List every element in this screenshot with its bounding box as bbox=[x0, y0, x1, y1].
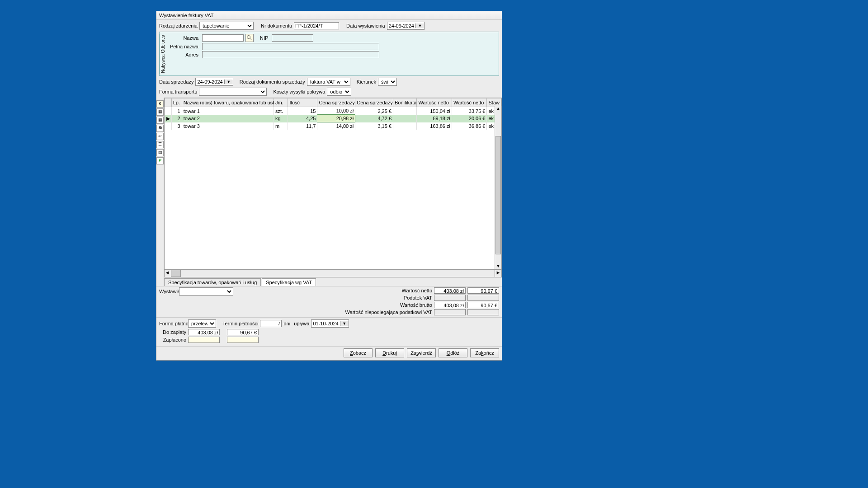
transport-label: Forma transportu bbox=[159, 89, 197, 94]
col-wn2[interactable]: Wartość netto bbox=[452, 99, 487, 107]
doc-nr-label: Nr dokumentu bbox=[261, 23, 292, 28]
search-icon[interactable] bbox=[245, 34, 254, 42]
col-lp[interactable]: Lp. bbox=[171, 99, 182, 107]
toolbar-btn-2[interactable]: ▦ bbox=[156, 117, 164, 124]
pay-term-label: Termin płatności bbox=[222, 321, 258, 326]
ship-cost-label: Koszty wysyłki pokrywa bbox=[273, 89, 325, 94]
toolbar-btn-f[interactable]: F bbox=[156, 157, 164, 164]
col-jm[interactable]: Jm. bbox=[274, 99, 288, 107]
button-bar: Zobacz Drukuj Zatwierdź Odłóż Zakończ bbox=[156, 346, 502, 360]
window-title: Wystawienie faktury VAT bbox=[156, 11, 502, 20]
event-type-label: Rodzaj zdarzenia bbox=[159, 23, 198, 28]
header-form: Rodzaj zdarzenia tapetowanie Nr dokument… bbox=[156, 20, 502, 98]
doc-type-label: Rodzaj dokumentu sprzedaży bbox=[240, 79, 305, 84]
to-pay-eur: 90,67 € bbox=[227, 329, 259, 335]
table-row[interactable]: 3towar 3m11,714,00 zł3,15 €163,86 zł36,8… bbox=[165, 122, 501, 130]
to-pay-zl: 403,08 zł bbox=[188, 329, 220, 335]
col-marker[interactable] bbox=[165, 99, 172, 107]
doc-nr-input[interactable] bbox=[294, 22, 339, 29]
pay-form-label: Forma płatności bbox=[159, 321, 186, 326]
sale-date-label: Data sprzedaży bbox=[159, 79, 193, 84]
invoice-window: Wystawienie faktury VAT Rodzaj zdarzenia… bbox=[156, 11, 502, 361]
scroll-up-icon[interactable]: ▲ bbox=[495, 106, 501, 112]
toolbar-btn-3[interactable]: 🖶 bbox=[156, 125, 164, 132]
pay-term-unit: dni bbox=[283, 321, 290, 326]
col-cena2[interactable]: Cena sprzedaży netto bbox=[355, 99, 393, 107]
pay-term-days[interactable] bbox=[260, 320, 282, 327]
spec-tabs: Specyfikacja towarów, opakowań i usług S… bbox=[164, 278, 502, 286]
total-novat-label: Wartość niepodlegająca podatkowi VAT bbox=[342, 310, 432, 315]
tab-spec-items[interactable]: Specyfikacja towarów, opakowań i usług bbox=[164, 278, 261, 286]
tab-spec-vat[interactable]: Specyfikacja wg VAT bbox=[262, 278, 316, 286]
buyer-fullname-input[interactable] bbox=[202, 43, 379, 50]
buyer-tab-label[interactable]: Nabywca Odbiorca bbox=[160, 34, 166, 74]
hscroll-thumb[interactable] bbox=[171, 270, 181, 277]
scroll-left-icon[interactable]: ◄ bbox=[165, 270, 170, 277]
chevron-down-icon[interactable]: ▼ bbox=[340, 321, 349, 326]
doc-type-select[interactable]: faktura VAT w euro bbox=[307, 78, 350, 86]
scroll-down-icon[interactable]: ▼ bbox=[495, 264, 501, 269]
col-bonif[interactable]: Bonifikata bbox=[393, 99, 417, 107]
buyer-nip-label: NIP bbox=[260, 35, 268, 41]
reject-button[interactable]: Odłóż bbox=[439, 348, 467, 357]
toolbar-btn-4[interactable]: ↩ bbox=[156, 133, 164, 140]
issue-date-picker[interactable]: 24-09-2024▼ bbox=[387, 22, 425, 30]
buyer-name-input[interactable] bbox=[202, 34, 244, 42]
issuer-label: Wystawił bbox=[159, 289, 177, 294]
col-name[interactable]: Nazwa (opis) towaru, opakowania lub usłu… bbox=[182, 99, 274, 107]
buyer-name-label: Nazwa bbox=[169, 35, 198, 41]
grid-vscroll[interactable]: ▲ ▼ bbox=[495, 106, 501, 269]
buyer-box: Nabywca Odbiorca Nazwa NIP Pełna nazwa A… bbox=[159, 32, 499, 76]
scroll-right-icon[interactable]: ► bbox=[495, 270, 501, 277]
toolbar-btn-1[interactable]: ▦ bbox=[156, 108, 164, 116]
col-cena1[interactable]: Cena sprzedaży netto bbox=[317, 99, 355, 107]
paid-eur[interactable] bbox=[227, 337, 259, 343]
summary-area: Wystawił Wartość netto 403,08 zł 90,67 €… bbox=[156, 286, 502, 317]
total-vat-eur bbox=[467, 295, 499, 301]
paid-label: Zapłacono bbox=[159, 337, 186, 343]
toolbar-btn-6[interactable]: ▤ bbox=[156, 149, 164, 156]
buyer-address-label: Adres bbox=[169, 52, 198, 57]
items-grid[interactable]: Lp. Nazwa (opis) towaru, opakowania lub … bbox=[164, 98, 502, 270]
ship-cost-select[interactable]: odbiorca bbox=[327, 88, 351, 96]
side-toolbar: € ▦ ▦ 🖶 ↩ ☰ ▤ F bbox=[156, 98, 164, 286]
buyer-nip-input[interactable] bbox=[272, 34, 313, 42]
col-staw[interactable]: Staw bbox=[487, 99, 501, 107]
total-vat-label: Podatek VAT bbox=[342, 295, 432, 300]
issue-date-label: Data wystawienia bbox=[346, 23, 385, 28]
table-row[interactable]: ▶2towar 2kg4,2520,98 zł4,72 €89,18 zł20,… bbox=[165, 115, 501, 122]
table-row[interactable]: 1towar 1szt.1510,00 zł2,25 €150,04 zł33,… bbox=[165, 107, 501, 115]
chevron-down-icon[interactable]: ▼ bbox=[415, 23, 424, 28]
currency-button[interactable]: € bbox=[156, 100, 164, 108]
total-net-label: Wartość netto bbox=[342, 288, 432, 293]
close-button[interactable]: Zakończ bbox=[470, 348, 499, 357]
grid-hscroll[interactable]: ◄ ► bbox=[164, 270, 502, 277]
total-gross-zl: 403,08 zł bbox=[434, 302, 466, 308]
paid-zl[interactable] bbox=[188, 337, 220, 343]
pay-expires-picker[interactable]: 01-10-2024▼ bbox=[311, 319, 349, 328]
col-wn1[interactable]: Wartość netto bbox=[417, 99, 452, 107]
scroll-thumb[interactable] bbox=[495, 136, 501, 254]
print-button[interactable]: Drukuj bbox=[375, 348, 404, 357]
buyer-address-input[interactable] bbox=[202, 51, 379, 58]
chevron-down-icon[interactable]: ▼ bbox=[224, 80, 233, 84]
total-novat-zl bbox=[434, 309, 466, 315]
total-gross-eur: 90,67 € bbox=[467, 302, 499, 308]
to-pay-label: Do zapłaty bbox=[159, 329, 186, 335]
direction-select[interactable]: świat bbox=[378, 78, 397, 86]
event-type-select[interactable]: tapetowanie bbox=[199, 22, 254, 30]
total-net-eur: 90,67 € bbox=[467, 287, 499, 294]
total-novat-eur bbox=[467, 309, 499, 315]
payment-area: Forma płatności przelew Termin płatności… bbox=[156, 317, 502, 346]
view-button[interactable]: Zobacz bbox=[344, 348, 373, 357]
col-ilosc[interactable]: Ilość bbox=[288, 99, 317, 107]
approve-button[interactable]: Zatwierdź bbox=[407, 348, 436, 357]
issuer-select[interactable] bbox=[179, 287, 233, 296]
total-vat-zl bbox=[434, 295, 466, 301]
transport-select[interactable] bbox=[199, 88, 267, 96]
pay-form-select[interactable]: przelew bbox=[188, 319, 216, 328]
toolbar-btn-5[interactable]: ☰ bbox=[156, 141, 164, 148]
sale-date-picker[interactable]: 24-09-2024▼ bbox=[195, 78, 233, 86]
pay-expires-label: upływa bbox=[294, 321, 309, 326]
total-net-zl: 403,08 zł bbox=[434, 287, 466, 294]
